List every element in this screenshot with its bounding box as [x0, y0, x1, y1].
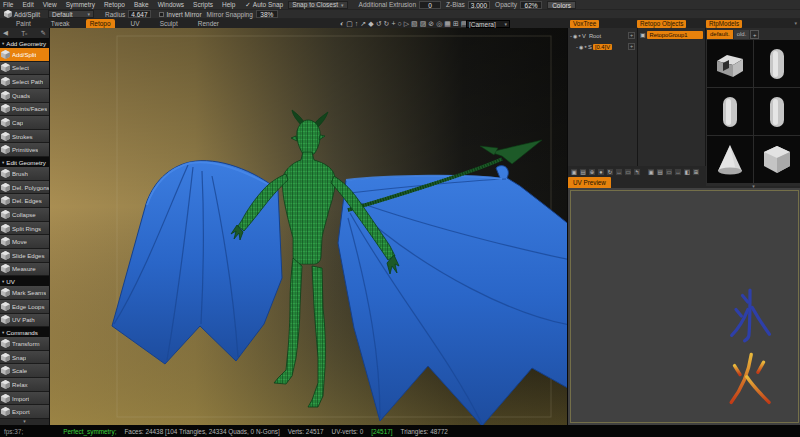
add-layer-icon[interactable]: + [628, 32, 635, 39]
new-object-icon[interactable]: ▣ [647, 168, 655, 176]
collapse-icon[interactable]: - [576, 44, 578, 50]
menu-file[interactable]: File [3, 1, 13, 8]
uv-preview-panel[interactable] [568, 188, 800, 425]
tool-edge-loops[interactable]: Edge Loops [0, 300, 49, 314]
select-rect-icon[interactable]: ▧ [411, 19, 418, 28]
tab-sculpt[interactable]: Sculpt [156, 19, 182, 28]
rtp-thumbnail-cube[interactable] [754, 136, 800, 183]
menu-view[interactable]: View [43, 1, 57, 8]
tool-transform[interactable]: Transform [0, 337, 49, 351]
tool-brush[interactable]: Brush [0, 167, 49, 181]
snap-icon[interactable]: ⊞ [453, 19, 459, 28]
tool-scale[interactable]: Scale [0, 364, 49, 378]
rtp-tab-default[interactable]: default. [707, 30, 733, 39]
section-header-uv[interactable]: ▾UV [0, 276, 49, 286]
menu-symmetry[interactable]: Symmetry [66, 1, 95, 8]
tool-cap[interactable]: Cap [0, 116, 49, 130]
rtp-thumbnail-capsule[interactable] [707, 88, 753, 135]
tab-voxtree[interactable]: VoxTree [570, 20, 599, 28]
menu-windows[interactable]: Windows [158, 1, 184, 8]
play-icon[interactable]: ▷ [404, 19, 409, 28]
exchange-icon[interactable]: ↔ [674, 168, 682, 176]
menu-edit[interactable]: Edit [22, 1, 33, 8]
menu-bake[interactable]: Bake [134, 1, 149, 8]
tool-mark-seams[interactable]: Mark Seams [0, 286, 49, 300]
visibility-eye-icon[interactable]: ◉ [573, 33, 577, 39]
rotate-icon[interactable]: ↻ [606, 168, 614, 176]
corner-icon[interactable]: ◧ [683, 168, 691, 176]
move-icon[interactable]: + [391, 19, 395, 28]
tool-del-polygons[interactable]: Del. Polygons [0, 181, 49, 195]
menu-retopo[interactable]: Retopo [104, 1, 125, 8]
tab-retopo[interactable]: Retopo [86, 19, 115, 28]
tool-add-split[interactable]: Add/Split [0, 48, 49, 62]
z-bias-field[interactable]: 3.000 [468, 1, 490, 9]
select-lasso-icon[interactable]: ▨ [420, 19, 427, 28]
delete-object-icon[interactable]: ▤ [656, 168, 664, 176]
tool-snap[interactable]: Snap [0, 351, 49, 365]
tool-quads[interactable]: Quads [0, 89, 49, 103]
swap-icon[interactable]: ↔ [615, 168, 623, 176]
opacity-field[interactable]: 62% [520, 1, 542, 9]
frame-icon[interactable]: ▭ [665, 168, 673, 176]
backdrop-icon[interactable]: ▢ [346, 19, 353, 28]
tool-strokes[interactable]: Strokes [0, 130, 49, 144]
undo-icon[interactable]: ↰ [633, 168, 641, 176]
rtp-tab-old[interactable]: old. [734, 30, 750, 39]
voxtree-row[interactable]: -◉●VRoot+ [568, 30, 637, 41]
voxtree-row[interactable]: -◉●S[0.4]V+ [568, 41, 637, 52]
delete-layer-icon[interactable]: ▤ [579, 168, 587, 176]
tool-move[interactable]: Move [0, 235, 49, 249]
rtp-thumbnail-capsule[interactable] [754, 40, 800, 87]
additional-extrusion-field[interactable]: 0 [419, 1, 441, 9]
dot-icon[interactable]: ● [597, 168, 605, 176]
expand-icon[interactable]: ⊞ [692, 168, 700, 176]
pen-icon[interactable]: ✎ [41, 29, 46, 37]
tool-uv-path[interactable]: UV Path [0, 314, 49, 328]
tab-paint[interactable]: Paint [12, 19, 35, 28]
radius-field[interactable]: 4.647 [128, 10, 150, 18]
menu-help[interactable]: Help [222, 1, 235, 8]
section-header-add-geometry[interactable]: ▾Add Geometry [0, 38, 49, 48]
viewport-3d[interactable] [50, 28, 567, 425]
retopo-group-row[interactable]: ▣RetopoGroup1 [638, 30, 705, 40]
text-tool-icon[interactable]: T▫ [21, 30, 27, 37]
tool-export[interactable]: Export [0, 405, 49, 419]
rect-icon[interactable]: ▭ [624, 168, 632, 176]
tool-select-path[interactable]: Select Path [0, 75, 49, 89]
tool-slide-edges[interactable]: Slide Edges [0, 249, 49, 263]
colors-button[interactable]: Colors [547, 1, 576, 9]
rotate-ccw-icon[interactable]: ↺ [376, 19, 382, 28]
add-layer-icon[interactable]: + [628, 43, 635, 50]
voxtree-layer-label[interactable]: [0.4]V [593, 44, 612, 50]
move-up-icon[interactable]: ↑ [355, 19, 359, 28]
collapse-icon[interactable]: - [570, 33, 572, 39]
camera-dropdown[interactable]: [Camera] ▾ [466, 20, 510, 28]
hide-icon[interactable]: ⊘ [428, 19, 434, 28]
focus-icon[interactable]: ◎ [436, 19, 442, 28]
snap-mode-dropdown[interactable]: Snap to Closest ▾ [288, 1, 347, 9]
scale-arrow-icon[interactable]: ↗ [360, 19, 366, 28]
contrast-icon[interactable]: ◐ [340, 19, 344, 28]
tab-uv[interactable]: UV [127, 19, 144, 28]
tab-rtpmodels[interactable]: RtpModels [706, 20, 742, 28]
rtp-thumbnail-corner-block[interactable] [707, 40, 753, 87]
zoom-icon[interactable]: ○ [397, 19, 401, 28]
tool-split-rings[interactable]: Split Rings [0, 222, 49, 236]
grid-icon[interactable]: ▦ [444, 19, 451, 28]
merge-icon[interactable]: ⊕ [588, 168, 596, 176]
section-header-commands[interactable]: ▾Commands [0, 327, 49, 337]
tool-primitives[interactable]: Primitives [0, 143, 49, 157]
auto-snap-label[interactable]: Auto Snap [253, 1, 283, 8]
menu-scripts[interactable]: Scripts [193, 1, 213, 8]
tool-del-edges[interactable]: Del. Edges [0, 194, 49, 208]
tool-select[interactable]: Select [0, 62, 49, 76]
rtp-thumbnail-capsule[interactable] [754, 88, 800, 135]
tool-measure[interactable]: Measure [0, 263, 49, 277]
tool-collapse[interactable]: Collapse [0, 208, 49, 222]
auto-snap-check-icon[interactable]: ✓ [245, 1, 250, 9]
tool-relax[interactable]: Relax [0, 378, 49, 392]
shader-dot-icon[interactable]: ● [584, 44, 587, 49]
visibility-eye-icon[interactable]: ◉ [579, 44, 583, 50]
invert-mirror-checkbox[interactable] [159, 12, 164, 17]
